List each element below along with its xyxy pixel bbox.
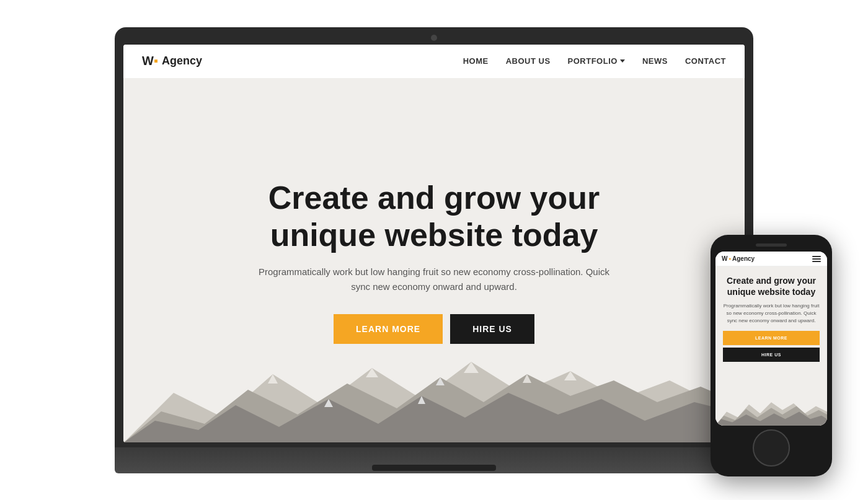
nav-news[interactable]: NEWS xyxy=(642,56,668,66)
mobile-navbar: W▪ Agency xyxy=(715,252,827,266)
mobile-logo-w: W xyxy=(722,255,727,262)
nav-about[interactable]: ABOUT US xyxy=(506,56,551,66)
laptop-logo: W▪ Agency xyxy=(142,54,202,68)
mobile-screen: W▪ Agency Create and grow your unique we… xyxy=(715,252,827,426)
logo-text: Agency xyxy=(162,55,202,68)
camera-bar xyxy=(123,35,745,41)
logo-dot: ▪ xyxy=(154,54,158,68)
nav-portfolio[interactable]: PORTFOLIO xyxy=(568,56,625,66)
mobile-logo: W▪ Agency xyxy=(722,255,755,262)
laptop-hero: Create and grow your unique website toda… xyxy=(123,78,745,442)
mobile-logo-dot: ▪ xyxy=(728,255,731,262)
logo-mark: W▪ xyxy=(142,54,158,68)
mobile-home-button[interactable] xyxy=(753,429,790,467)
mobile-hero-title: Create and grow your unique website toda… xyxy=(723,275,820,297)
mobile-hero: Create and grow your unique website toda… xyxy=(715,266,827,426)
hero-buttons: LEARN MORE HIRE US xyxy=(334,314,534,344)
chevron-down-icon xyxy=(620,59,625,63)
mobile-hamburger-icon[interactable] xyxy=(812,256,821,262)
laptop-hinge xyxy=(372,465,496,471)
laptop-camera xyxy=(431,35,437,41)
hire-us-button[interactable]: HIRE US xyxy=(450,314,534,344)
laptop-navbar: W▪ Agency HOME ABOUT US PORTFOLIO NEWS C… xyxy=(123,45,745,78)
nav-contact[interactable]: CONTACT xyxy=(685,56,726,66)
hero-subtitle: Programmatically work but low hanging fr… xyxy=(254,265,614,294)
mobile-speaker xyxy=(756,243,787,247)
mobile-logo-text: Agency xyxy=(732,255,755,262)
logo-w-letter: W xyxy=(142,54,154,68)
scene: W▪ Agency HOME ABOUT US PORTFOLIO NEWS C… xyxy=(0,0,868,500)
laptop-nav: HOME ABOUT US PORTFOLIO NEWS CONTACT xyxy=(463,56,726,66)
mobile-hero-subtitle: Programmatically work but low hanging fr… xyxy=(723,302,820,325)
mobile-mountains-illustration xyxy=(715,395,827,426)
nav-home[interactable]: HOME xyxy=(463,56,489,66)
laptop-body: W▪ Agency HOME ABOUT US PORTFOLIO NEWS C… xyxy=(115,27,753,449)
hero-title: Create and grow your unique website toda… xyxy=(217,180,651,254)
mobile-hire-us-button[interactable]: HIRE US xyxy=(723,348,820,362)
mobile-device: W▪ Agency Create and grow your unique we… xyxy=(711,235,832,476)
laptop-device: W▪ Agency HOME ABOUT US PORTFOLIO NEWS C… xyxy=(115,27,753,473)
learn-more-button[interactable]: LEARN MORE xyxy=(334,314,443,344)
laptop-screen: W▪ Agency HOME ABOUT US PORTFOLIO NEWS C… xyxy=(123,45,745,442)
laptop-base xyxy=(115,447,753,473)
mobile-learn-more-button[interactable]: LEARN MORE xyxy=(723,331,820,345)
mountains-illustration xyxy=(123,356,745,442)
